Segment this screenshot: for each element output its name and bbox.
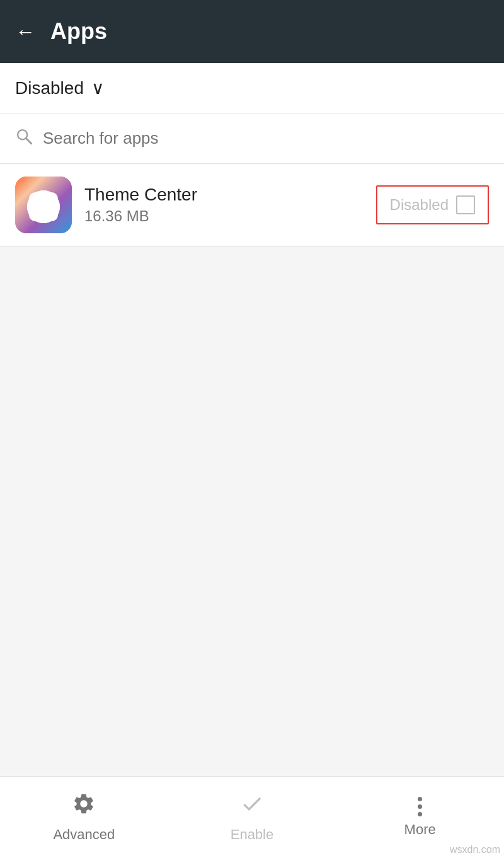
search-icon: [15, 127, 33, 149]
back-button[interactable]: ←: [15, 21, 35, 42]
table-row[interactable]: Theme Center 16.36 MB Disabled: [0, 164, 504, 246]
filter-dropdown[interactable]: Disabled ∨: [15, 78, 105, 98]
app-list: Theme Center 16.36 MB Disabled: [0, 164, 504, 246]
enable-button[interactable]: Enable: [189, 792, 315, 843]
page-title: Apps: [50, 18, 107, 45]
enable-label: Enable: [231, 826, 274, 843]
advanced-button[interactable]: Advanced: [21, 792, 147, 843]
app-checkbox[interactable]: [456, 195, 475, 214]
app-name: Theme Center: [84, 185, 364, 205]
more-dots-icon: [418, 797, 422, 816]
app-size: 16.36 MB: [84, 207, 364, 225]
search-input[interactable]: [43, 129, 489, 148]
watermark: wsxdn.com: [450, 844, 500, 855]
filter-row: Disabled ∨: [0, 63, 504, 113]
gear-icon: [72, 792, 96, 821]
app-header: ← Apps: [0, 0, 504, 63]
svg-rect-6: [29, 192, 58, 221]
search-row: [0, 113, 504, 164]
status-badge: Disabled: [390, 196, 449, 214]
svg-line-1: [26, 139, 32, 144]
filter-label: Disabled: [15, 78, 84, 98]
more-label: More: [404, 821, 436, 838]
app-icon: [15, 177, 72, 233]
check-icon: [240, 792, 264, 821]
app-status-box[interactable]: Disabled: [376, 185, 489, 224]
chevron-down-icon: ∨: [91, 78, 105, 98]
bottom-bar: Advanced Enable More: [0, 776, 504, 858]
app-info: Theme Center 16.36 MB: [84, 185, 364, 225]
advanced-label: Advanced: [53, 826, 115, 843]
more-button[interactable]: More: [357, 797, 483, 838]
